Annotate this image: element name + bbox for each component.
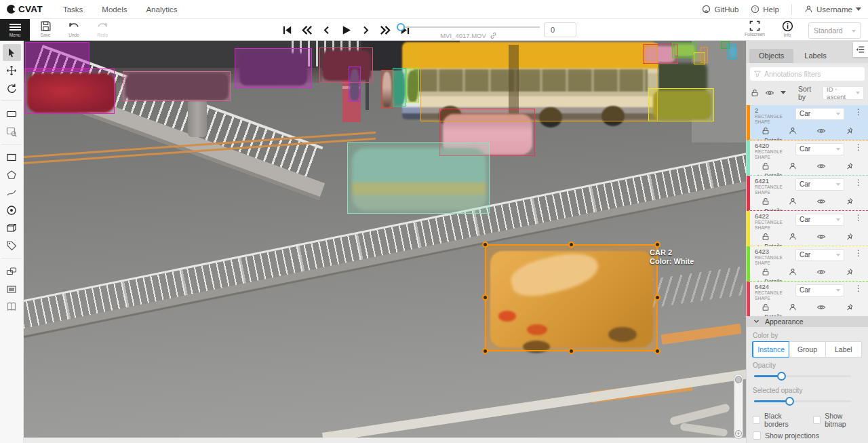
annotation-box[interactable] xyxy=(25,42,90,72)
resize-handle-s[interactable] xyxy=(568,348,574,354)
annotation-box[interactable] xyxy=(319,47,373,83)
object-hide-button[interactable] xyxy=(816,268,826,276)
object-hide-button[interactable] xyxy=(816,162,826,170)
annotation-box[interactable] xyxy=(381,70,393,109)
draw-cuboid-tool[interactable] xyxy=(3,219,21,236)
object-pin-button[interactable] xyxy=(845,197,853,206)
show-bitmap-checkbox[interactable]: Show bitmap xyxy=(813,412,862,428)
backward-button[interactable] xyxy=(300,23,313,37)
frame-number-input[interactable] xyxy=(544,22,576,37)
draw-polygon-tool[interactable] xyxy=(3,166,21,183)
setup-tag-tool[interactable] xyxy=(3,237,21,254)
object-list-item[interactable]: 2 RECTANGLE SHAPE Car ⋮ › Details xyxy=(747,105,868,140)
object-list-item[interactable]: 6422 RECTANGLE SHAPE Car ⋮ › Details xyxy=(747,211,868,246)
hide-all-button[interactable] xyxy=(765,89,774,97)
tab-objects[interactable]: Objects xyxy=(749,49,793,63)
object-hide-button[interactable] xyxy=(816,127,826,135)
object-lock-button[interactable] xyxy=(762,233,770,241)
object-label-select[interactable]: Car xyxy=(795,214,844,226)
object-list-item[interactable]: 6420 RECTANGLE SHAPE Car ⋮ › Details xyxy=(747,140,868,176)
cursor-tool[interactable] xyxy=(3,44,21,61)
next-frame-button[interactable] xyxy=(359,23,372,37)
github-link[interactable]: GitHub xyxy=(702,5,738,14)
object-hide-button[interactable] xyxy=(816,303,826,311)
object-pin-button[interactable] xyxy=(845,233,853,241)
annotation-box[interactable] xyxy=(235,48,312,88)
fullscreen-button[interactable]: Fullscreen xyxy=(743,20,766,37)
resize-handle-sw[interactable] xyxy=(482,348,488,354)
object-actions-menu[interactable]: ⋮ xyxy=(853,142,864,152)
object-hide-button[interactable] xyxy=(816,233,826,241)
frame-slider[interactable]: MVI_4017.MOV xyxy=(397,23,540,39)
rotate-tool[interactable] xyxy=(3,79,21,96)
fit-image-tool[interactable] xyxy=(3,105,21,122)
canvas-scrollbar-plus-icon[interactable]: + xyxy=(735,430,742,437)
object-label-select[interactable]: Car xyxy=(795,249,844,261)
tab-labels[interactable]: Labels xyxy=(795,49,835,63)
annotation-box[interactable] xyxy=(393,68,406,107)
resize-handle-n[interactable] xyxy=(568,242,574,248)
info-button[interactable]: Info xyxy=(776,20,799,37)
group-tool[interactable] xyxy=(3,280,21,297)
color-by-instance[interactable]: Instance xyxy=(753,341,789,358)
object-list-item[interactable]: 6421 RECTANGLE SHAPE Car ⋮ › Details xyxy=(747,176,868,211)
object-details-toggle[interactable]: › Details xyxy=(755,311,864,316)
opacity-slider-handle[interactable] xyxy=(777,372,786,381)
object-label-select[interactable]: Car xyxy=(795,143,844,155)
object-pin-button[interactable] xyxy=(845,162,853,170)
draw-polyline-tool[interactable] xyxy=(3,184,21,201)
selected-annotation-box[interactable]: CAR 2Color: White xyxy=(485,244,658,351)
annotation-box[interactable] xyxy=(406,68,419,102)
draw-rectangle-tool[interactable] xyxy=(3,149,21,166)
object-lock-button[interactable] xyxy=(762,303,770,311)
object-lock-button[interactable] xyxy=(762,268,770,276)
nav-models[interactable]: Models xyxy=(102,5,127,14)
opacity-slider[interactable] xyxy=(754,372,861,381)
save-button[interactable]: Save xyxy=(34,20,57,37)
resize-handle-w[interactable] xyxy=(482,294,488,301)
annotation-canvas[interactable]: CAR 2Color: White + xyxy=(24,41,746,443)
object-actions-menu[interactable]: ⋮ xyxy=(853,284,864,293)
annotation-box[interactable] xyxy=(672,43,696,58)
frame-slider-handle[interactable] xyxy=(397,23,405,31)
object-occluded-button[interactable] xyxy=(789,268,797,276)
selected-opacity-slider[interactable] xyxy=(754,397,861,406)
nav-analytics[interactable]: Analytics xyxy=(146,5,177,14)
resize-handle-se[interactable] xyxy=(654,348,660,354)
object-label-select[interactable]: Car xyxy=(795,178,844,191)
draw-points-tool[interactable] xyxy=(3,201,21,218)
canvas-scrollbar-thumb[interactable] xyxy=(735,376,742,383)
play-button[interactable] xyxy=(339,23,353,37)
link-icon[interactable] xyxy=(490,32,497,39)
select-region-tool[interactable] xyxy=(3,123,21,140)
forward-button[interactable] xyxy=(378,23,392,37)
object-pin-button[interactable] xyxy=(845,127,853,135)
undo-button[interactable]: Undo xyxy=(62,20,85,37)
help-link[interactable]: ? Help xyxy=(751,5,779,14)
object-list-item[interactable]: 6423 RECTANGLE SHAPE Car ⋮ › Details xyxy=(747,246,868,282)
redo-button[interactable]: Redo xyxy=(91,20,114,37)
object-lock-button[interactable] xyxy=(762,162,770,170)
expand-all-button[interactable] xyxy=(781,88,786,97)
show-projections-checkbox[interactable]: Show projections xyxy=(753,431,819,440)
split-tool[interactable] xyxy=(3,298,21,315)
resize-handle-e[interactable] xyxy=(654,294,660,301)
move-tool[interactable] xyxy=(3,62,21,79)
selected-opacity-slider-handle[interactable] xyxy=(785,397,794,406)
menu-button[interactable]: Menu xyxy=(0,19,30,41)
object-occluded-button[interactable] xyxy=(789,162,797,170)
object-actions-menu[interactable]: ⋮ xyxy=(853,248,864,258)
resize-handle-ne[interactable] xyxy=(654,242,660,248)
object-actions-menu[interactable]: ⋮ xyxy=(853,178,864,187)
cvat-logo[interactable]: CVAT xyxy=(7,4,43,14)
annotation-box[interactable] xyxy=(701,47,708,63)
object-lock-button[interactable] xyxy=(762,127,770,135)
workspace-select[interactable]: Standard xyxy=(808,22,861,39)
annotation-box[interactable] xyxy=(123,71,231,101)
object-occluded-button[interactable] xyxy=(789,233,797,241)
black-borders-checkbox[interactable]: Black borders xyxy=(753,412,804,428)
object-label-select[interactable]: Car xyxy=(795,108,844,120)
object-pin-button[interactable] xyxy=(845,303,853,311)
previous-frame-button[interactable] xyxy=(319,23,333,37)
appearance-header[interactable]: Appearance xyxy=(747,316,868,327)
